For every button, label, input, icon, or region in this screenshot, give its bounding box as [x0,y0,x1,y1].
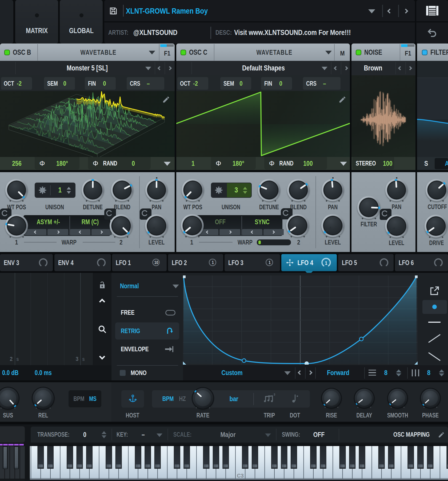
svg-text:C3: C3 [237,473,244,479]
svg-text:3: 3 [274,393,275,396]
